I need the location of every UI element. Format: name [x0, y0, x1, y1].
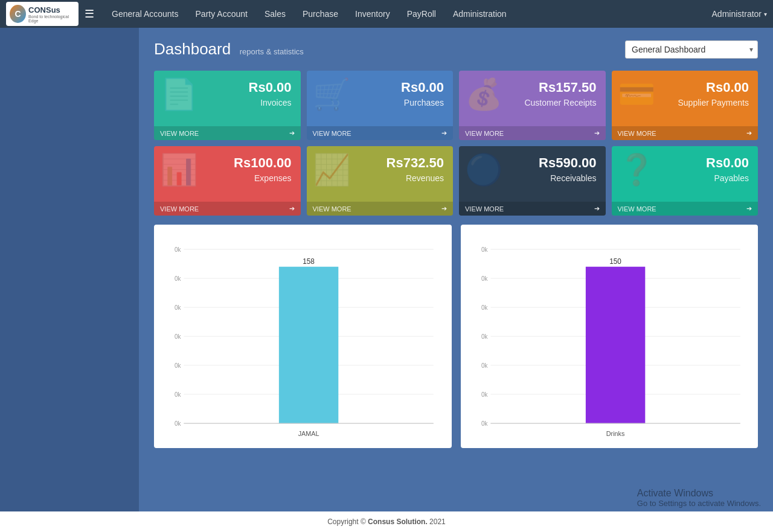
- arrow-icon: ➔: [289, 129, 295, 137]
- svg-rect-32: [585, 267, 644, 423]
- stat-card-invoices[interactable]: 📄 Rs0.00 Invoices VIEW MORE ➔: [154, 71, 301, 140]
- svg-text:158: 158: [303, 257, 315, 265]
- arrow-icon: ➔: [594, 205, 600, 213]
- nav-inventory[interactable]: Inventory: [347, 0, 399, 28]
- chart-left-container: 0k0k0k0k0k0k0k158JAMAL: [154, 225, 452, 448]
- stat-card-supplier-payments[interactable]: 💳 Rs0.00 Supplier Payments VIEW MORE ➔: [612, 71, 759, 140]
- dashboard-title-area: Dashboard reports & statistics: [154, 40, 304, 59]
- view-more-label: VIEW MORE: [618, 130, 656, 137]
- card-bg-icon: 🔵: [465, 152, 502, 187]
- view-more-label: VIEW MORE: [160, 205, 199, 213]
- stat-card-payables[interactable]: ❓ Rs0.00 Payables VIEW MORE ➔: [612, 146, 759, 216]
- navbar: C CONSus Bond to technological Edge ☰ Ge…: [0, 0, 773, 28]
- nav-payroll[interactable]: PayRoll: [399, 0, 444, 28]
- svg-text:0k: 0k: [175, 362, 181, 369]
- svg-text:JAMAL: JAMAL: [298, 429, 319, 437]
- svg-text:0k: 0k: [481, 275, 488, 282]
- svg-text:0k: 0k: [175, 420, 181, 427]
- admin-label: Administrator: [712, 9, 762, 19]
- card-bg-icon: 📈: [313, 152, 350, 187]
- nav-party-account[interactable]: Party Account: [187, 0, 256, 28]
- svg-text:0k: 0k: [481, 333, 488, 340]
- sidebar: [0, 28, 139, 532]
- svg-text:0k: 0k: [481, 391, 488, 398]
- view-more-label: VIEW MORE: [465, 130, 504, 137]
- dashboard-title: Dashboard: [154, 40, 231, 58]
- svg-text:0k: 0k: [481, 362, 488, 369]
- dashboard-dropdown-wrapper: General Dashboard: [625, 40, 758, 59]
- logo-circle: C: [10, 5, 26, 23]
- svg-text:0k: 0k: [175, 304, 181, 311]
- charts-row: 0k0k0k0k0k0k0k158JAMAL 0k0k0k0k0k0k0k150…: [154, 225, 758, 448]
- arrow-icon: ➔: [594, 129, 600, 137]
- stat-card-purchases[interactable]: 🛒 Rs0.00 Purchases VIEW MORE ➔: [307, 71, 454, 140]
- logo-text: CONSus: [28, 5, 75, 14]
- svg-rect-14: [279, 267, 338, 423]
- admin-menu[interactable]: Administrator ▾: [712, 9, 767, 19]
- card-bg-icon: ❓: [618, 152, 655, 187]
- view-more-label: VIEW MORE: [465, 205, 504, 213]
- stat-card-expenses[interactable]: 📊 Rs100.00 Expenses VIEW MORE ➔: [154, 146, 301, 216]
- card-bg-icon: 💰: [465, 77, 502, 112]
- view-more-label: VIEW MORE: [313, 130, 351, 137]
- cards-grid: 📄 Rs0.00 Invoices VIEW MORE ➔ 🛒 Rs0.00 P…: [154, 71, 758, 216]
- view-more-label: VIEW MORE: [160, 130, 199, 137]
- dashboard-subtitle: reports & statistics: [240, 47, 304, 56]
- view-more-label: VIEW MORE: [618, 205, 656, 213]
- card-bg-icon: 💳: [618, 77, 655, 112]
- admin-caret-icon: ▾: [764, 11, 767, 18]
- svg-text:Drinks: Drinks: [606, 429, 624, 437]
- card-footer[interactable]: VIEW MORE ➔: [154, 126, 301, 140]
- stat-card-customer-receipts[interactable]: 💰 Rs157.50 Customer Receipts VIEW MORE ➔: [459, 71, 606, 140]
- main-content: Dashboard reports & statistics General D…: [139, 28, 773, 532]
- dashboard-dropdown[interactable]: General Dashboard: [625, 40, 758, 59]
- footer-text: Copyright © Consus Solution. 2021: [327, 518, 446, 526]
- svg-text:0k: 0k: [481, 246, 488, 253]
- logo[interactable]: C CONSus Bond to technological Edge: [6, 2, 79, 26]
- nav-administration[interactable]: Administration: [444, 0, 515, 28]
- dashboard-header: Dashboard reports & statistics General D…: [154, 40, 758, 59]
- svg-text:0k: 0k: [175, 333, 181, 340]
- stat-card-receivables[interactable]: 🔵 Rs590.00 Receivables VIEW MORE ➔: [459, 146, 606, 216]
- chart-right: 0k0k0k0k0k0k0k150Drinks: [467, 231, 752, 442]
- chart-right-container: 0k0k0k0k0k0k0k150Drinks: [461, 225, 759, 448]
- arrow-icon: ➔: [289, 205, 295, 213]
- nav-links: General Accounts Party Account Sales Pur…: [103, 0, 712, 28]
- card-footer[interactable]: VIEW MORE ➔: [612, 126, 759, 140]
- card-bg-icon: 📄: [160, 77, 197, 112]
- nav-general-accounts[interactable]: General Accounts: [103, 0, 187, 28]
- card-footer[interactable]: VIEW MORE ➔: [307, 202, 454, 216]
- svg-text:0k: 0k: [175, 391, 181, 398]
- layout: Dashboard reports & statistics General D…: [0, 28, 773, 532]
- chart-left: 0k0k0k0k0k0k0k158JAMAL: [160, 231, 446, 442]
- card-footer[interactable]: VIEW MORE ➔: [307, 126, 454, 140]
- view-more-label: VIEW MORE: [313, 205, 351, 213]
- svg-text:0k: 0k: [481, 304, 488, 311]
- arrow-icon: ➔: [441, 205, 447, 213]
- svg-text:0k: 0k: [175, 275, 181, 282]
- logo-tagline: Bond to technological Edge: [28, 14, 75, 23]
- arrow-icon: ➔: [746, 129, 752, 137]
- hamburger-icon[interactable]: ☰: [85, 7, 94, 21]
- arrow-icon: ➔: [746, 205, 752, 213]
- stat-card-revenues[interactable]: 📈 Rs732.50 Revenues VIEW MORE ➔: [307, 146, 454, 216]
- card-footer[interactable]: VIEW MORE ➔: [612, 202, 759, 216]
- arrow-icon: ➔: [441, 129, 447, 137]
- card-footer[interactable]: VIEW MORE ➔: [459, 202, 606, 216]
- svg-text:0k: 0k: [175, 246, 181, 253]
- nav-purchase[interactable]: Purchase: [294, 0, 347, 28]
- nav-sales[interactable]: Sales: [256, 0, 294, 28]
- svg-text:150: 150: [609, 257, 621, 265]
- svg-text:0k: 0k: [481, 420, 488, 427]
- card-bg-icon: 📊: [160, 152, 197, 187]
- card-bg-icon: 🛒: [313, 77, 350, 112]
- footer-company: Consus Solution.: [368, 518, 428, 526]
- card-footer[interactable]: VIEW MORE ➔: [459, 126, 606, 140]
- card-footer[interactable]: VIEW MORE ➔: [154, 202, 301, 216]
- footer: Copyright © Consus Solution. 2021: [0, 511, 773, 532]
